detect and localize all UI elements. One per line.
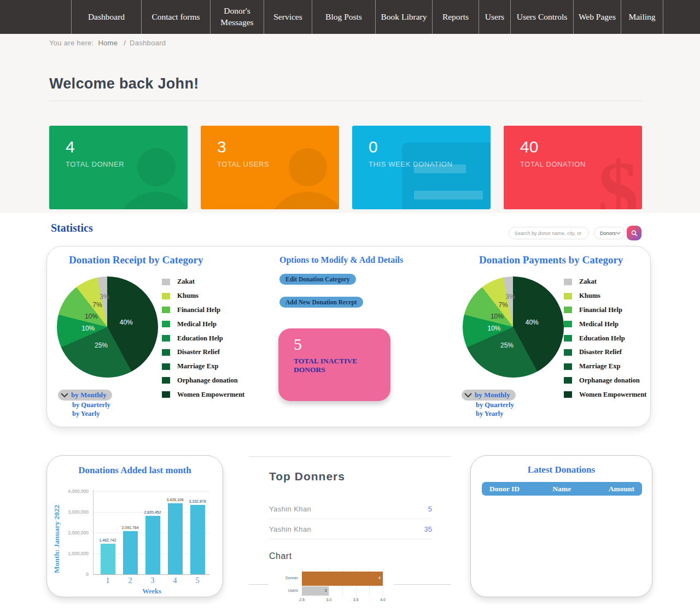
breadcrumb-home[interactable]: Home bbox=[98, 39, 118, 47]
nav-item-users[interactable]: Users bbox=[479, 0, 510, 34]
filter-option-yearly[interactable]: by Yearly bbox=[72, 410, 140, 418]
x-axis-tick: 3.5 bbox=[351, 598, 361, 602]
stat-card-label: THIS WEEK DONATION bbox=[369, 160, 491, 168]
search-button[interactable] bbox=[627, 226, 641, 240]
pie-slice-label: 10% bbox=[491, 313, 504, 320]
pie-slice-label: 10% bbox=[81, 325, 95, 332]
payments-period-filter: by Monthly by Quarterly by Yearly bbox=[462, 390, 544, 418]
pie-slice-label: 10% bbox=[85, 313, 98, 320]
search-icon bbox=[631, 229, 638, 237]
legend-item-zakat: Zakat bbox=[162, 275, 244, 289]
chevron-down-icon bbox=[464, 392, 472, 398]
payments-filter-dropdown[interactable]: by Monthly bbox=[462, 390, 516, 401]
bar-week-5[interactable] bbox=[190, 505, 205, 574]
nav-item-mailing[interactable]: Mailing bbox=[621, 0, 663, 34]
legend-swatch bbox=[162, 335, 170, 342]
nav-item-web-pages[interactable]: Web Pages bbox=[573, 0, 621, 34]
mini-bar-donner[interactable]: 4 bbox=[302, 572, 383, 586]
legend-swatch bbox=[162, 279, 170, 285]
mini-chart-heading: Chart bbox=[269, 551, 292, 561]
nav-item-dashboard[interactable]: Dashboard bbox=[71, 0, 141, 34]
x-axis-tick: 5 bbox=[189, 576, 206, 585]
legend-item-medical-help: Medical Help bbox=[564, 317, 646, 331]
legend-item-financial-help: Financial Help bbox=[162, 303, 244, 317]
receipt-period-filter: by Monthly by Quarterly by Yearly bbox=[58, 390, 140, 418]
latest-donations-panel: Latest Donations Donor IDNameAmount bbox=[470, 455, 652, 597]
legend-label: Financial Help bbox=[177, 306, 220, 314]
box-slot bbox=[414, 191, 483, 199]
search-input[interactable] bbox=[509, 227, 589, 239]
legend-swatch bbox=[564, 363, 572, 370]
top-donner-row[interactable]: Yashin Khan5 bbox=[269, 499, 432, 519]
nav-item-donor-s-messages[interactable]: Donor's Messages bbox=[210, 0, 264, 34]
legend-swatch bbox=[162, 391, 170, 398]
top-donner-row[interactable]: Yashin Khan35 bbox=[269, 519, 432, 539]
dollar-icon: $ bbox=[598, 149, 639, 209]
search-filter-select[interactable]: Donors bbox=[594, 227, 625, 239]
bar-week-2[interactable] bbox=[123, 531, 138, 574]
pie-slice-label: 10% bbox=[487, 325, 500, 332]
payments-legend: ZakatKhumsFinancial HelpMedical HelpEduc… bbox=[564, 275, 646, 402]
column-header-amount: Amount bbox=[586, 485, 642, 493]
breadcrumb-current: Dashboard bbox=[130, 39, 166, 47]
top-navigation: DashboardContact formsDonor's MessagesSe… bbox=[0, 0, 700, 34]
column-header-name: Name bbox=[538, 485, 586, 493]
gridline bbox=[94, 491, 210, 492]
top-donners-list: Yashin Khan5Yashin Khan35 bbox=[269, 499, 432, 539]
y-axis-tick: 1,000,000 bbox=[56, 551, 89, 556]
person-body bbox=[115, 192, 188, 209]
legend-item-marriage-exp: Marriage Exp bbox=[162, 360, 244, 374]
inactive-donors-label: TOTAL INACTIVE DONORS bbox=[294, 357, 390, 374]
legend-swatch bbox=[162, 349, 170, 356]
receipt-filter-dropdown[interactable]: by Monthly bbox=[58, 390, 112, 401]
search-filter-value: Donors bbox=[600, 231, 616, 236]
add-donation-receipt-button[interactable]: Add New Donation Recept bbox=[279, 297, 363, 308]
legend-swatch bbox=[564, 335, 572, 342]
options-section-title: Options to Modify & Add Details bbox=[279, 255, 403, 265]
stat-card-value: 40 bbox=[520, 138, 642, 156]
pie-slice-label: 3% bbox=[100, 293, 109, 301]
y-axis-tick: 2,000,000 bbox=[56, 530, 89, 536]
edit-donation-category-button[interactable]: Edit Donation Category bbox=[279, 274, 356, 285]
gridline bbox=[94, 574, 210, 575]
stat-card-total-users[interactable]: 3TOTAL USERS bbox=[201, 126, 339, 209]
filter-option-quarterly[interactable]: by Quarterly bbox=[476, 401, 544, 409]
bar-week-1[interactable] bbox=[101, 544, 115, 574]
filter-option-quarterly[interactable]: by Quarterly bbox=[72, 401, 140, 409]
mini-bar-users[interactable]: 3 bbox=[302, 586, 329, 596]
legend-item-khums: Khums bbox=[564, 289, 646, 303]
x-axis-tick: 3.0 bbox=[323, 598, 334, 602]
nav-item-users-controls[interactable]: Users Controls bbox=[510, 0, 573, 34]
person-body bbox=[267, 192, 339, 209]
donations-added-panel: Donations Added last month Month: Januar… bbox=[46, 455, 223, 597]
inactive-donors-value: 5 bbox=[294, 335, 390, 354]
stat-card-total-donation[interactable]: 40TOTAL DONATION$ bbox=[504, 126, 642, 209]
nav-item-services[interactable]: Services bbox=[264, 0, 312, 34]
nav-item-reports[interactable]: Reports bbox=[432, 0, 479, 34]
stat-card-value: 4 bbox=[66, 138, 188, 156]
legend-item-education-help: Education Help bbox=[162, 331, 244, 345]
legend-label: Orphanage donation bbox=[177, 376, 238, 385]
y-axis-tick: 4,000,000 bbox=[56, 489, 89, 494]
receipt-legend: ZakatKhumsFinancial HelpMedical HelpEduc… bbox=[162, 275, 244, 402]
nav-item-blog-posts[interactable]: Blog Posts bbox=[312, 0, 375, 34]
legend-swatch bbox=[564, 349, 572, 356]
stat-card-this-week-donation[interactable]: 0THIS WEEK DONATION bbox=[352, 126, 491, 209]
filter-selected-label: by Monthly bbox=[475, 391, 510, 399]
welcome-heading: Welcome back John! bbox=[49, 75, 199, 92]
legend-label: Orphanage donation bbox=[579, 376, 640, 385]
nav-item-book-library[interactable]: Book Library bbox=[375, 0, 432, 34]
inactive-donors-card[interactable]: 5 TOTAL INACTIVE DONORS bbox=[278, 328, 390, 401]
filter-option-yearly[interactable]: by Yearly bbox=[476, 410, 544, 418]
stat-card-total-donner[interactable]: 4TOTAL DONNER bbox=[49, 126, 188, 209]
pie-slice-label: 7% bbox=[92, 301, 102, 309]
legend-label: Women Empowerment bbox=[177, 391, 244, 399]
legend-label: Medical Help bbox=[177, 320, 217, 328]
nav-item-contact-forms[interactable]: Contact forms bbox=[141, 0, 210, 34]
bar-value-label: 2,820,452 bbox=[136, 510, 169, 514]
legend-swatch bbox=[564, 391, 572, 398]
stat-card-value: 0 bbox=[369, 138, 491, 156]
x-axis-tick: 4.0 bbox=[377, 598, 388, 602]
bar-week-4[interactable] bbox=[168, 503, 183, 574]
bar-week-3[interactable] bbox=[145, 516, 160, 574]
